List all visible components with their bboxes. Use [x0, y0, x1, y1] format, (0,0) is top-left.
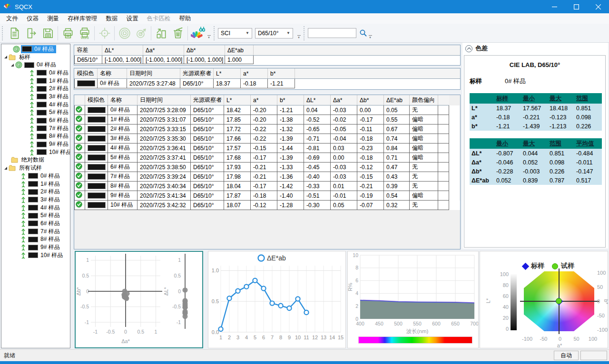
menu-item[interactable]: 设置 [122, 13, 143, 24]
delete-button[interactable] [169, 25, 186, 41]
menu-item[interactable]: 数据 [102, 13, 122, 24]
cell: -0.21 [251, 163, 277, 172]
reflectance-chart-panel: 0246810400450500550600650700波长(nm)R% [347, 251, 479, 348]
menu-item[interactable]: 文件 [2, 13, 22, 24]
menu-item[interactable]: 存样库管理 [63, 13, 102, 24]
illuminant-combo[interactable]: D65/10°▼ [255, 28, 293, 38]
stat-column-header: 范围 [574, 93, 602, 104]
tree-item[interactable]: 9# 样品 [1, 140, 70, 148]
sample-row[interactable]: 7# 样品2020/7/25 3:39:24D65/10°17.98-0.21-… [75, 172, 460, 182]
mode-combo[interactable]: SCI▼ [218, 28, 252, 38]
toolbar-overflow-icon[interactable]: ▾ [206, 28, 212, 38]
save-button[interactable] [39, 25, 56, 41]
tree-item[interactable]: 4# 样品 [1, 204, 70, 212]
tolerance-row[interactable]: D65/10°[-1.000, 1.000][-1.000, 1.000][-1… [75, 56, 461, 64]
tree-item[interactable]: 10# 样品 [1, 251, 70, 259]
tree-item[interactable]: 0# 样品 [1, 69, 70, 77]
menu-item[interactable]: 测量 [43, 13, 63, 24]
menu-item[interactable]: 帮助 [175, 13, 196, 24]
print-word-button[interactable]: Word [76, 25, 93, 41]
tree-item[interactable]: 7# 样品 [1, 228, 70, 236]
sample-row[interactable]: 2# 样品2020/7/25 3:33:15D65/10°17.72-0.22-… [75, 125, 460, 134]
tree-item[interactable]: 9# 样品 [1, 243, 70, 251]
tree-item[interactable]: 0# 样品 [1, 45, 70, 53]
tree-item[interactable]: 7# 样品 [1, 125, 70, 133]
tree-item[interactable]: 绝对数据 [1, 156, 70, 164]
tree-item[interactable]: 5# 样品 [1, 211, 70, 220]
toolbar-separator [114, 26, 115, 40]
tree-item[interactable]: 5# 样品 [1, 109, 70, 117]
expander-icon[interactable] [4, 167, 7, 170]
tree-item[interactable]: 标样 [1, 53, 70, 61]
sample-row[interactable]: 0# 样品2020/7/25 3:28:09D65/10°18.42-0.20-… [75, 105, 460, 115]
tree-item-label: 0# 样品 [35, 61, 58, 69]
cell: 偏暗 [410, 153, 438, 163]
print-button[interactable] [59, 25, 76, 41]
minimize-button[interactable] [543, 0, 565, 13]
toolbar-overflow-icon[interactable]: ▾ [367, 28, 373, 38]
lightness-gradient-bar [511, 274, 517, 330]
tree-item[interactable]: 1# 样品 [1, 77, 70, 85]
tree-item-label: 10# 样品 [48, 148, 70, 156]
tree-item[interactable]: 所有试样 [1, 164, 70, 172]
column-header-fill [295, 68, 461, 79]
column-header: 名称 [108, 95, 138, 105]
tree-item[interactable]: 8# 样品 [1, 236, 70, 244]
sample-row[interactable]: 1# 样品2020/7/25 3:31:07D65/10°17.85-0.20-… [75, 115, 460, 125]
tree-item[interactable]: 1# 样品 [1, 180, 70, 188]
toolbar-overflow-icon[interactable]: ▾ [296, 28, 302, 38]
sample-row[interactable]: 10# 样品2020/7/25 3:42:32D65/10°18.07-0.12… [75, 201, 460, 210]
sample-row[interactable]: 4# 样品2020/7/25 3:36:41D65/10°17.57-0.15-… [75, 144, 460, 153]
tree-item-body: 4# 样品 [36, 101, 70, 109]
tree-item[interactable]: 0# 样品 [1, 172, 70, 180]
maximize-button[interactable] [565, 0, 587, 13]
standard-row[interactable]: 0# 样品2020/7/25 3:27:48D65/10°18.37-0.18-… [75, 79, 461, 88]
tree-item[interactable]: 3# 样品 [1, 93, 70, 101]
sample-row[interactable]: 3# 样品2020/7/25 3:35:30D65/10°17.66-0.22-… [75, 134, 460, 144]
export-button[interactable] [23, 25, 39, 41]
sample-row[interactable]: 8# 样品2020/7/25 3:40:34D65/10°18.04-0.17-… [75, 182, 460, 191]
cell [438, 172, 449, 182]
stat-value: 0.044 [521, 149, 548, 158]
expander-icon[interactable] [11, 64, 14, 67]
cell: 17.87 [224, 191, 251, 201]
tree-item[interactable]: 10# 样品 [1, 148, 70, 156]
tree-item-body: 5# 样品 [27, 211, 62, 220]
svg-text:0: 0 [124, 329, 127, 335]
tree-item-body: 2# 样品 [36, 85, 70, 93]
cell: 0# 样品 [108, 105, 138, 115]
tree-item[interactable]: 2# 样品 [1, 85, 70, 93]
pass-check-cell [75, 163, 85, 172]
arrow-icon [29, 77, 35, 85]
search-icon[interactable] [359, 29, 367, 37]
table-header-row: 模拟色名称日期时间光源观察者L*a*b* [75, 68, 461, 79]
corner-cell [470, 93, 494, 104]
tree-item[interactable]: 3# 样品 [1, 196, 70, 204]
column-header: 容差 [75, 45, 102, 56]
stat-value: 0.052 [521, 158, 548, 167]
tree-item[interactable]: 2# 样品 [1, 188, 70, 196]
tree-item[interactable]: 4# 样品 [1, 101, 70, 109]
chart-button[interactable] [153, 25, 169, 41]
tree-item[interactable]: 0# 样品 [1, 61, 70, 69]
sample-row[interactable]: 9# 样品2020/7/25 3:41:34D65/10°17.87-0.18-… [75, 191, 460, 201]
app-window: SQCX 文件仪器测量存样库管理数据设置色卡匹检帮助 Word ▾ SCI▼ D… [0, 0, 609, 364]
tree-item[interactable]: 8# 样品 [1, 133, 70, 141]
menu-item[interactable]: 仪器 [22, 13, 43, 24]
color-match-button[interactable] [189, 25, 206, 41]
sample-row[interactable]: 6# 样品2020/7/25 3:38:50D65/10°17.93-0.21-… [75, 163, 460, 172]
color-swatch [37, 149, 47, 155]
search-input[interactable] [308, 28, 356, 38]
expander-icon[interactable] [4, 56, 7, 58]
cell: 0.04 [304, 105, 331, 115]
tree-item[interactable]: 6# 样品 [1, 220, 70, 228]
column-header-fill [254, 45, 461, 56]
auto-button[interactable]: 自动 [554, 351, 579, 360]
new-document-button[interactable] [6, 25, 23, 41]
tree-item[interactable]: 6# 样品 [1, 116, 70, 125]
cell: 0.74 [384, 134, 410, 144]
close-button[interactable] [587, 0, 609, 13]
menubar: 文件仪器测量存样库管理数据设置色卡匹检帮助 [0, 13, 609, 24]
collapse-button[interactable] [465, 45, 472, 52]
sample-row[interactable]: 5# 样品2020/7/25 3:37:41D65/10°17.68-0.17-… [75, 153, 460, 163]
